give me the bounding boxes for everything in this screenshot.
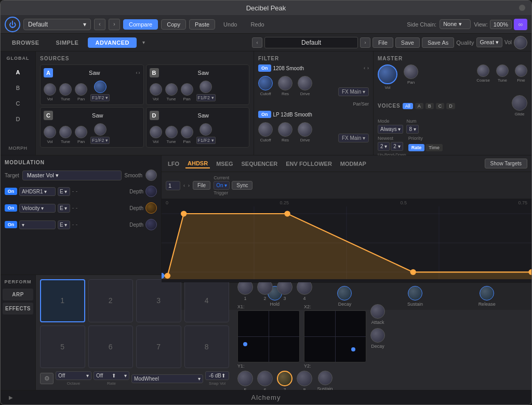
arp-button[interactable]: ARP bbox=[3, 289, 33, 301]
xy-pad-2[interactable] bbox=[304, 310, 366, 362]
tab-env-follower[interactable]: ENV FOLLOWER bbox=[284, 160, 334, 168]
mod1-depth-knob[interactable] bbox=[145, 186, 157, 197]
num-select[interactable]: 8 ▾ bbox=[406, 125, 418, 134]
show-targets-button[interactable]: Show Targets bbox=[485, 159, 527, 168]
redo-button[interactable]: Redo bbox=[245, 20, 269, 29]
voice-tab-c[interactable]: C bbox=[436, 103, 445, 109]
mod1-on-button[interactable]: On bbox=[5, 188, 17, 195]
preset-dropdown[interactable]: Default ▾ bbox=[23, 19, 91, 30]
mod-target-select[interactable]: Master Vol ▾ bbox=[22, 171, 122, 180]
mod3-e-select[interactable]: E ▾ bbox=[58, 220, 70, 229]
cutoff2-knob[interactable] bbox=[258, 122, 273, 137]
lfo-prev-icon[interactable]: ‹ bbox=[183, 183, 185, 188]
f1f2-knob-a[interactable] bbox=[94, 81, 107, 93]
octave-select[interactable]: Off▾ bbox=[56, 371, 91, 380]
pad-6[interactable]: 6 bbox=[88, 325, 134, 369]
macro-knob-ctrl-5[interactable] bbox=[237, 371, 253, 386]
play-button[interactable]: ▶ bbox=[7, 394, 15, 402]
source-letter-a[interactable]: A bbox=[44, 68, 53, 77]
fx-main-select1[interactable]: FX Main ▾ bbox=[338, 87, 369, 96]
ad-sustain-knob[interactable] bbox=[318, 371, 332, 385]
paste-button[interactable]: Paste bbox=[189, 19, 215, 30]
undo-button[interactable]: Undo bbox=[218, 20, 242, 29]
smooth-knob[interactable] bbox=[145, 169, 157, 181]
mod3-source-select[interactable]: ▾ bbox=[19, 220, 56, 229]
rate-select[interactable]: Off ⬆ ▾ bbox=[94, 371, 129, 380]
f1f2-knob-c[interactable] bbox=[94, 123, 107, 136]
lfo-on-select[interactable]: On ▾ bbox=[214, 181, 230, 190]
master-pan-knob[interactable] bbox=[404, 64, 418, 79]
tab-ahdsr[interactable]: AHDSR bbox=[185, 159, 210, 168]
global-row-b[interactable]: B bbox=[3, 81, 33, 95]
ad-decay-knob[interactable] bbox=[370, 328, 385, 343]
source-next-a[interactable]: › bbox=[139, 70, 140, 75]
res-knob[interactable] bbox=[278, 76, 292, 90]
save-button[interactable]: Save bbox=[395, 37, 420, 48]
f1f2-knob-b[interactable] bbox=[200, 81, 212, 93]
fx-main-select2[interactable]: FX Main ▾ bbox=[338, 134, 369, 142]
source-letter-d[interactable]: D bbox=[150, 111, 159, 120]
mod3-depth-knob[interactable] bbox=[145, 219, 157, 230]
pan-knob-b[interactable] bbox=[181, 83, 193, 96]
macro-knob-ctrl-6[interactable] bbox=[257, 371, 273, 386]
lfo-num-select[interactable]: 1 bbox=[166, 181, 180, 190]
source-prev-a[interactable]: ‹ bbox=[136, 70, 138, 75]
tune-knob-a[interactable] bbox=[59, 83, 72, 96]
compare-button[interactable]: Compare bbox=[123, 19, 158, 30]
preset-next-button[interactable]: › bbox=[360, 37, 370, 48]
quality-select[interactable]: Great ▾ bbox=[476, 37, 503, 47]
side-chain-select[interactable]: None ▾ bbox=[440, 19, 471, 29]
global-row-a[interactable]: A bbox=[3, 65, 33, 80]
mod1-source-select[interactable]: AHDSR1 ▾ bbox=[19, 187, 56, 196]
nav-next-button[interactable]: › bbox=[109, 19, 120, 30]
minimize-btn[interactable] bbox=[519, 5, 525, 11]
global-row-c[interactable]: C bbox=[3, 96, 33, 111]
pad-3[interactable]: 3 bbox=[136, 279, 181, 322]
pan-knob-a[interactable] bbox=[75, 83, 87, 96]
drive2-knob[interactable] bbox=[298, 122, 312, 137]
tab-lfo[interactable]: LFO bbox=[166, 160, 181, 168]
pad-5[interactable]: 5 bbox=[40, 325, 85, 369]
nav-prev-button[interactable]: ‹ bbox=[94, 19, 105, 30]
envelope-display[interactable]: 0 0.25 0.5 0.75 bbox=[162, 199, 531, 282]
tab-simple[interactable]: SIMPLE bbox=[49, 37, 86, 48]
pad-gear-button[interactable]: ⚙ bbox=[40, 373, 54, 384]
tab-advanced[interactable]: ADVANCED bbox=[88, 37, 137, 48]
macro-knob-ctrl-8[interactable] bbox=[297, 371, 312, 386]
vol-knob-b[interactable] bbox=[150, 83, 162, 96]
master-fine-knob[interactable] bbox=[515, 64, 527, 77]
priority-num1[interactable]: 2 ▾ bbox=[378, 142, 390, 151]
file-button[interactable]: File bbox=[373, 37, 393, 48]
view-value[interactable]: 100% bbox=[490, 20, 512, 29]
mod2-on-button[interactable]: On bbox=[5, 204, 17, 212]
tab-modmap[interactable]: MODMAP bbox=[338, 160, 368, 168]
source-letter-c[interactable]: C bbox=[44, 111, 53, 120]
pad-1[interactable]: 1 bbox=[40, 279, 85, 322]
mode-select[interactable]: Always ▾ bbox=[378, 125, 403, 134]
pad-4[interactable]: 4 bbox=[184, 279, 230, 322]
effects-button[interactable]: EFFECTS bbox=[3, 303, 33, 315]
global-row-d[interactable]: D bbox=[3, 112, 33, 126]
voice-tab-d[interactable]: D bbox=[446, 103, 455, 109]
pan-knob-d[interactable] bbox=[181, 126, 193, 138]
preset-prev-button[interactable]: ‹ bbox=[252, 37, 262, 48]
vol-knob[interactable] bbox=[514, 36, 527, 49]
source-letter-b[interactable]: B bbox=[150, 68, 159, 77]
pan-knob-c[interactable] bbox=[75, 126, 87, 138]
pad-2[interactable]: 2 bbox=[88, 279, 134, 322]
power-button[interactable]: ⏻ bbox=[5, 17, 20, 32]
filter2-on-button[interactable]: On bbox=[258, 111, 271, 118]
drive-knob[interactable] bbox=[298, 76, 312, 90]
envelope-svg[interactable] bbox=[162, 206, 531, 279]
mod1-e-select[interactable]: E ▾ bbox=[58, 187, 70, 196]
link-button[interactable]: ∞ bbox=[514, 19, 527, 30]
tune-knob-b[interactable] bbox=[165, 83, 178, 96]
tune-knob-d[interactable] bbox=[165, 126, 178, 138]
save-as-button[interactable]: Save As bbox=[422, 37, 454, 48]
ad-attack-knob[interactable] bbox=[370, 304, 385, 319]
xy-pad-1[interactable] bbox=[237, 310, 300, 362]
pad-8[interactable]: 8 bbox=[184, 325, 230, 369]
tab-browse[interactable]: BROWSE bbox=[5, 37, 47, 48]
master-tune-knob[interactable] bbox=[496, 64, 509, 77]
glide-knob[interactable] bbox=[512, 95, 527, 111]
